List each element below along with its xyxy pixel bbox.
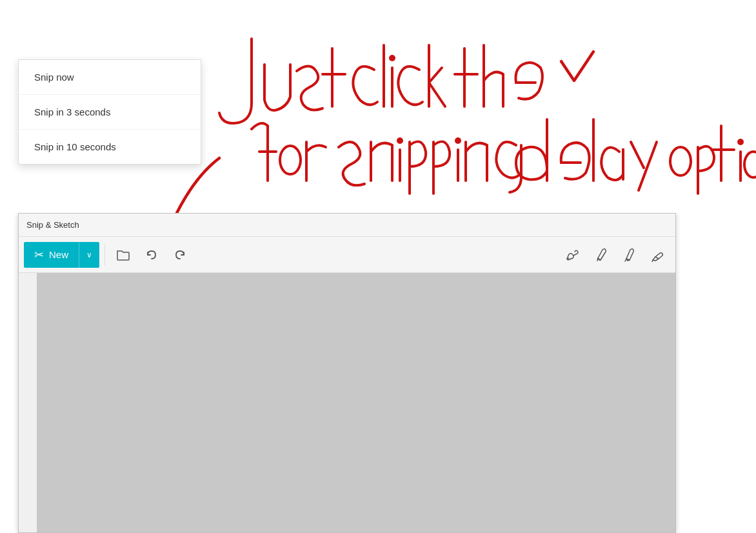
ballpoint-pen-button[interactable] (588, 242, 613, 268)
svg-point-2 (397, 137, 403, 144)
undo-icon (145, 248, 158, 261)
open-file-button[interactable] (110, 242, 136, 268)
app-title: Snip & Sketch (26, 220, 79, 230)
highlighter-icon (650, 248, 664, 262)
svg-point-4 (670, 147, 691, 176)
snip-3-seconds-label: Snip in 3 seconds (34, 106, 110, 117)
ballpoint-pen-icon (593, 248, 608, 262)
new-dropdown-arrow-button[interactable]: ∨ (79, 242, 99, 268)
touch-write-icon (564, 248, 580, 262)
snip-now-label: Snip now (34, 72, 74, 83)
touch-write-button[interactable] (559, 242, 585, 268)
separator-1 (104, 245, 105, 265)
new-button-label: New (49, 249, 68, 260)
highlighter-button[interactable] (644, 242, 670, 268)
snip-10-seconds-item[interactable]: Snip in 10 seconds (19, 130, 201, 164)
svg-point-5 (737, 139, 744, 145)
svg-point-3 (455, 137, 461, 144)
app-window: Snip & Sketch ✂ New ∨ (18, 213, 676, 533)
new-button[interactable]: ✂ New (24, 242, 79, 268)
chevron-down-icon: ∨ (86, 250, 92, 259)
dropdown-menu: Snip now Snip in 3 seconds Snip in 10 se… (18, 59, 201, 165)
svg-point-0 (389, 55, 395, 61)
pencil-icon (622, 248, 636, 262)
snip-3-seconds-item[interactable]: Snip in 3 seconds (19, 95, 201, 130)
canvas-area (37, 273, 675, 532)
snip-now-item[interactable]: Snip now (19, 60, 201, 95)
snip-10-seconds-label: Snip in 10 seconds (34, 141, 116, 152)
redo-icon (174, 248, 186, 261)
pencil-button[interactable] (616, 242, 642, 268)
new-button-group: ✂ New ∨ (24, 242, 99, 268)
undo-button[interactable] (139, 242, 164, 268)
toolbar: ✂ New ∨ (19, 237, 675, 273)
scissors-icon: ✂ (34, 248, 44, 262)
svg-point-6 (744, 152, 756, 177)
folder-icon (116, 248, 130, 261)
redo-button[interactable] (167, 242, 193, 268)
title-bar: Snip & Sketch (19, 214, 675, 237)
svg-point-1 (280, 146, 301, 174)
